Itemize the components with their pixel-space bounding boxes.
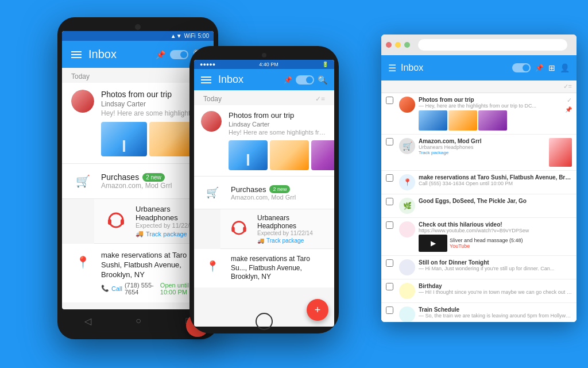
browser-email-birthday[interactable]: Birthday — Hi! I thought since you're in… [381, 279, 577, 303]
iphone-card-content: Urbanears Headphones Expected by 11/22/1… [257, 214, 327, 244]
browser-photos-trip [419, 110, 562, 131]
bundle-toggle-iphone[interactable] [296, 75, 314, 85]
browser-email-purchases[interactable]: 🛒 Amazon.com, Mod Grrl Urbanears Headpho… [381, 135, 577, 171]
browser-subject-trip: Photos from our trip [419, 97, 562, 103]
browser-email-goodeggs[interactable]: 🌿 Good Eggs, DoSeed, The Pickle Jar, Go [381, 194, 577, 218]
browser-cart-icon: 🛒 [399, 138, 415, 154]
browser-email-checkbox[interactable] [386, 97, 393, 104]
browser-track-link[interactable]: Track package [419, 150, 546, 155]
browser-email-checkbox-3[interactable] [386, 174, 393, 182]
reminder-icon: 📍 [71, 251, 94, 274]
iphone-email-trip[interactable]: Photos from our trip Lindsay Carter Hey!… [194, 105, 334, 177]
browser-email-content-reminder: make reservations at Taro Sushi, Flatbus… [419, 174, 572, 186]
bundle-toggle[interactable] [170, 50, 188, 59]
browser-avatar-dinner [399, 259, 415, 275]
home-button[interactable]: ○ [136, 316, 141, 326]
browser-preview-train: — So, the train we are taking is leaving… [419, 313, 572, 319]
browser-subject-purchases: Amazon.com, Mod Grrl [419, 138, 546, 144]
iphone-photo-dc [229, 140, 268, 170]
svg-rect-5 [243, 227, 246, 232]
iphone-headphone-image [227, 217, 250, 240]
browser-email-video[interactable]: Check out this hilarious video! https://… [381, 218, 577, 256]
browser-email-content-goodeggs: Good Eggs, DoSeed, The Pickle Jar, Go [419, 198, 572, 204]
iphone-email-reminder[interactable]: 📍 make reservations at Taro Su..., Flatb… [194, 249, 334, 288]
pin-icon-iphone[interactable]: 📌 [284, 76, 292, 84]
browser-email-train[interactable]: Train Schedule — So, the train we are ta… [381, 303, 577, 322]
iphone-email-content-trip: Photos from our trip Lindsay Carter Hey!… [229, 111, 327, 170]
browser-email-content-purchases: Amazon.com, Mod Grrl Urbanears Headphone… [419, 138, 546, 155]
headphone-image [103, 209, 129, 234]
iphone-status-bar: ●●●●● 4:40 PM 🔋 [194, 60, 334, 69]
iphone-fab-compose[interactable]: + [307, 299, 328, 321]
browser-pin-icon[interactable]: 📌 [535, 64, 544, 72]
iphone-new-badge: 2 new [269, 185, 290, 193]
video-thumbnail: ▶ [419, 235, 447, 252]
browser-email-reminder[interactable]: 📍 make reservations at Taro Sushi, Flatb… [381, 171, 577, 194]
hamburger-menu-iphone[interactable] [201, 76, 211, 83]
iphone-card-title: Urbanears Headphones [257, 214, 327, 230]
browser-preview-birthday: — Hi! I thought since you're in town may… [419, 289, 572, 295]
browser-dot-green [404, 42, 410, 48]
iphone-reminder-content: make reservations at Taro Su..., Flatbus… [231, 255, 327, 282]
browser-grid-icon[interactable]: ⊞ [548, 63, 555, 72]
app-scene: ▲▼ WiFi 5:00 Inbox 📌 🔍 Today ✓= [0, 0, 588, 368]
video-title: Sliver and head massage (5:48) [450, 237, 523, 243]
iphone-toolbar: Inbox 📌 🔍 [194, 69, 334, 90]
check-all-iphone[interactable]: ✓= [315, 95, 325, 103]
iphone-email-purchases[interactable]: 🛒 Purchases 2 new Amazon.com, Mod Grrl [194, 177, 334, 209]
browser-chrome [381, 34, 577, 55]
browser-email-checkbox-5[interactable] [386, 221, 393, 229]
browser-email-checkbox-7[interactable] [386, 283, 393, 290]
reminder-phone: 📞 Call (718) 555-7654 Open until 10:00 P… [101, 282, 204, 296]
iphone-purchases-from: Amazon.com, Mod Grrl [231, 194, 327, 201]
browser-check-all[interactable]: ✓= [563, 83, 572, 90]
iphone-truck-icon: 🚚 [257, 237, 264, 244]
svg-rect-4 [231, 227, 234, 232]
browser-avatar-video [399, 221, 415, 237]
iphone-section-header: Today ✓= [194, 90, 334, 105]
browser-preview-purchases: Urbanears Headphones [419, 144, 546, 150]
iphone-track-link[interactable]: 🚚 Track package [257, 237, 327, 244]
browser-check-icon[interactable]: ✓ [567, 97, 572, 104]
browser-pin-icon-row[interactable]: 📌 [565, 106, 572, 113]
iphone-card-headphones[interactable]: Urbanears Headphones Expected by 11/22/1… [220, 209, 334, 249]
iphone-reminder-title: make reservations at Taro Su..., Flatbus… [231, 255, 327, 282]
browser-email-checkbox-2[interactable] [386, 138, 393, 145]
browser-avatar-train [399, 306, 415, 322]
browser-hamburger[interactable]: ☰ [388, 63, 396, 74]
browser-user-icon[interactable]: 👤 [560, 63, 570, 72]
iphone-cart-icon: 🛒 [201, 181, 224, 204]
browser-email-content-trip: Photos from our trip — Hey, here are the… [419, 97, 562, 131]
reminder-title: make reservations at Taro Sushi, Flatbus… [101, 251, 204, 280]
search-icon-iphone[interactable]: 🔍 [318, 75, 327, 85]
android-camera [135, 24, 141, 30]
browser-dress-thumbnail [549, 138, 572, 167]
purchases-content: Purchases 2 new Amazon.com, Mod Grrl [101, 172, 204, 190]
browser-toolbar: ☰ Inbox 📌 ⊞ 👤 [381, 55, 577, 80]
browser-email-trip[interactable]: Photos from our trip — Hey, here are the… [381, 93, 577, 135]
email-from: Lindsay Carter [101, 100, 204, 108]
browser-dot-red [386, 42, 392, 48]
browser-email-content-video: Check out this hilarious video! https://… [419, 221, 572, 252]
iphone-email-from: Lindsay Carter [229, 121, 327, 128]
browser-subject-video: Check out this hilarious video! [419, 221, 572, 228]
browser-subject-birthday: Birthday [419, 283, 572, 289]
photo-food [149, 122, 195, 156]
browser-email-checkbox-8[interactable] [386, 306, 393, 314]
email-subject: Photos from our trip [101, 90, 204, 99]
new-badge: 2 new [142, 173, 165, 182]
back-button[interactable]: ◁ [84, 316, 91, 327]
iphone-toolbar-title: Inbox [218, 74, 277, 86]
browser-email-checkbox-6[interactable] [386, 259, 393, 267]
browser-email-content-train: Train Schedule — So, the train we are ta… [419, 306, 572, 319]
pin-icon[interactable]: 📌 [156, 50, 165, 59]
browser-email-checkbox-4[interactable] [386, 198, 393, 205]
browser-toggle[interactable] [512, 63, 531, 72]
call-label[interactable]: Call [111, 285, 122, 292]
iphone-home-button[interactable] [256, 313, 273, 330]
browser-email-dinner[interactable]: Still on for Dinner Tonight — Hi Man, Ju… [381, 256, 577, 279]
iphone-plus-icon: + [315, 304, 321, 316]
avatar-lindsay [71, 90, 94, 113]
hamburger-menu[interactable] [71, 51, 82, 58]
browser-photo-dc [419, 110, 447, 131]
